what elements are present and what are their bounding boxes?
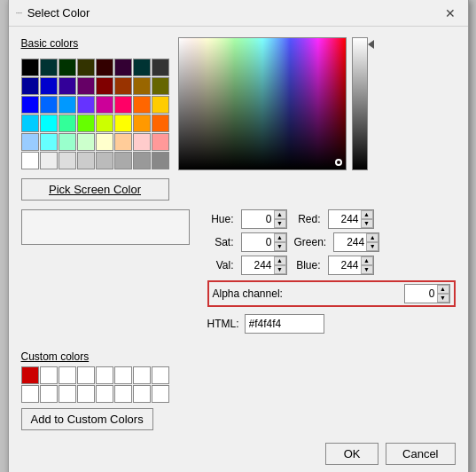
basic-color-swatch[interactable] bbox=[40, 59, 58, 76]
custom-color-swatch[interactable] bbox=[152, 385, 169, 403]
basic-color-swatch[interactable] bbox=[77, 59, 95, 76]
basic-color-swatch[interactable] bbox=[96, 152, 113, 169]
basic-color-swatch[interactable] bbox=[152, 77, 169, 95]
custom-color-swatch[interactable] bbox=[96, 385, 113, 403]
val-spin-down[interactable]: ▼ bbox=[274, 265, 286, 274]
blue-spin-up[interactable]: ▲ bbox=[361, 256, 373, 265]
blue-input[interactable] bbox=[329, 256, 361, 274]
basic-color-swatch[interactable] bbox=[40, 152, 58, 169]
custom-color-swatch[interactable] bbox=[96, 366, 113, 384]
green-spin-up[interactable]: ▲ bbox=[366, 233, 378, 242]
green-input-group[interactable]: ▲ ▼ bbox=[333, 232, 379, 252]
custom-color-swatch[interactable] bbox=[77, 385, 95, 403]
red-input-group[interactable]: ▲ ▼ bbox=[328, 209, 374, 229]
basic-color-swatch[interactable] bbox=[114, 133, 132, 151]
basic-color-swatch[interactable] bbox=[21, 114, 39, 132]
basic-color-swatch[interactable] bbox=[21, 59, 39, 76]
basic-color-swatch[interactable] bbox=[114, 77, 132, 95]
sat-spin-up[interactable]: ▲ bbox=[274, 233, 286, 242]
custom-color-swatch[interactable] bbox=[40, 366, 58, 384]
basic-color-swatch[interactable] bbox=[152, 114, 169, 132]
basic-color-swatch[interactable] bbox=[152, 59, 169, 76]
red-input[interactable] bbox=[329, 210, 361, 228]
alpha-input-group[interactable]: ▲ ▼ bbox=[404, 284, 450, 303]
custom-color-swatch[interactable] bbox=[152, 366, 169, 384]
val-input-group[interactable]: ▲ ▼ bbox=[241, 256, 287, 275]
basic-color-swatch[interactable] bbox=[114, 59, 132, 76]
basic-color-swatch[interactable] bbox=[40, 133, 58, 151]
basic-color-swatch[interactable] bbox=[133, 77, 151, 95]
cancel-button[interactable]: Cancel bbox=[386, 443, 455, 465]
basic-color-swatch[interactable] bbox=[77, 77, 95, 95]
basic-color-swatch[interactable] bbox=[59, 96, 76, 114]
val-input[interactable] bbox=[242, 256, 274, 274]
basic-color-swatch[interactable] bbox=[133, 59, 151, 76]
basic-color-swatch[interactable] bbox=[77, 114, 95, 132]
basic-color-swatch[interactable] bbox=[77, 96, 95, 114]
custom-color-swatch[interactable] bbox=[114, 385, 132, 403]
hue-spin-up[interactable]: ▲ bbox=[274, 210, 286, 219]
custom-color-swatch[interactable] bbox=[114, 366, 132, 384]
basic-color-swatch[interactable] bbox=[21, 96, 39, 114]
basic-color-swatch[interactable] bbox=[114, 114, 132, 132]
hue-spin-down[interactable]: ▼ bbox=[274, 219, 286, 228]
basic-color-swatch[interactable] bbox=[77, 133, 95, 151]
custom-color-swatch[interactable] bbox=[59, 366, 76, 384]
basic-color-swatch[interactable] bbox=[96, 96, 113, 114]
basic-color-swatch[interactable] bbox=[40, 96, 58, 114]
value-strip[interactable] bbox=[352, 37, 368, 170]
add-to-custom-colors-button[interactable]: Add to Custom Colors bbox=[21, 408, 153, 430]
custom-color-swatch[interactable] bbox=[21, 366, 39, 384]
blue-spin-down[interactable]: ▼ bbox=[361, 265, 373, 274]
basic-color-swatch[interactable] bbox=[59, 114, 76, 132]
sat-spin-down[interactable]: ▼ bbox=[274, 242, 286, 251]
basic-color-swatch[interactable] bbox=[21, 133, 39, 151]
basic-color-swatch[interactable] bbox=[114, 96, 132, 114]
basic-color-swatch[interactable] bbox=[21, 152, 39, 169]
basic-color-swatch[interactable] bbox=[152, 133, 169, 151]
basic-color-swatch[interactable] bbox=[59, 152, 76, 169]
pick-screen-button[interactable]: Pick Screen Color bbox=[21, 178, 169, 201]
custom-color-swatch[interactable] bbox=[59, 385, 76, 403]
basic-color-swatch[interactable] bbox=[114, 152, 132, 169]
basic-color-swatch[interactable] bbox=[152, 96, 169, 114]
basic-color-swatch[interactable] bbox=[133, 133, 151, 151]
custom-color-swatch[interactable] bbox=[21, 385, 39, 403]
red-spin-up[interactable]: ▲ bbox=[361, 210, 373, 219]
custom-color-swatch[interactable] bbox=[40, 385, 58, 403]
basic-color-swatch[interactable] bbox=[59, 77, 76, 95]
basic-color-swatch[interactable] bbox=[59, 133, 76, 151]
alpha-input[interactable] bbox=[405, 285, 437, 303]
basic-color-swatch[interactable] bbox=[96, 77, 113, 95]
alpha-spin-down[interactable]: ▼ bbox=[437, 294, 449, 303]
basic-color-swatch[interactable] bbox=[40, 114, 58, 132]
basic-color-swatch[interactable] bbox=[133, 114, 151, 132]
basic-color-swatch[interactable] bbox=[152, 152, 169, 169]
custom-color-swatch[interactable] bbox=[77, 366, 95, 384]
close-button[interactable]: ✕ bbox=[440, 4, 461, 22]
custom-color-swatch[interactable] bbox=[133, 366, 151, 384]
red-spin-down[interactable]: ▼ bbox=[361, 219, 373, 228]
basic-color-swatch[interactable] bbox=[77, 152, 95, 169]
basic-color-swatch[interactable] bbox=[40, 77, 58, 95]
color-picker-canvas[interactable] bbox=[178, 37, 347, 170]
val-spin-up[interactable]: ▲ bbox=[274, 256, 286, 265]
sat-input[interactable] bbox=[242, 233, 274, 251]
custom-color-swatch[interactable] bbox=[133, 385, 151, 403]
hue-input-group[interactable]: ▲ ▼ bbox=[241, 209, 287, 229]
green-input[interactable] bbox=[334, 233, 366, 251]
basic-color-swatch[interactable] bbox=[96, 133, 113, 151]
basic-color-swatch[interactable] bbox=[133, 152, 151, 169]
sat-input-group[interactable]: ▲ ▼ bbox=[241, 232, 287, 252]
html-input[interactable] bbox=[245, 314, 324, 334]
basic-color-swatch[interactable] bbox=[96, 59, 113, 76]
hue-input[interactable] bbox=[242, 210, 274, 228]
basic-color-swatch[interactable] bbox=[21, 77, 39, 95]
basic-color-swatch[interactable] bbox=[59, 59, 76, 76]
alpha-spin-up[interactable]: ▲ bbox=[437, 285, 449, 294]
ok-button[interactable]: OK bbox=[325, 443, 378, 465]
basic-color-swatch[interactable] bbox=[96, 114, 113, 132]
basic-color-swatch[interactable] bbox=[133, 96, 151, 114]
blue-input-group[interactable]: ▲ ▼ bbox=[328, 256, 374, 275]
green-spin-down[interactable]: ▼ bbox=[366, 242, 378, 251]
